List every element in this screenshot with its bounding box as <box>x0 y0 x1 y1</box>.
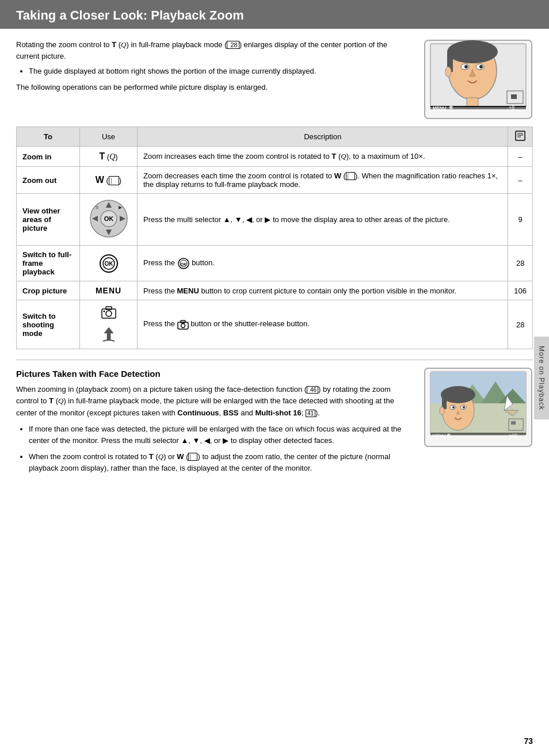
svg-text:OK: OK <box>180 262 186 266</box>
crop-description: Press the MENU button to crop current pi… <box>138 281 508 300</box>
intro-bullet1: The guide displayed at bottom right show… <box>29 66 412 77</box>
page: Taking a Closer Look: Playback Zoom Rota… <box>0 0 549 756</box>
zoom-in-label: Zoom in <box>17 147 80 167</box>
section2-bullet2: When the zoom control is rotated to T (Q… <box>29 451 412 474</box>
table-row: Zoom out W (⎸) Zoom decreases each time … <box>17 167 533 194</box>
svg-point-47 <box>181 324 185 328</box>
main-content: Rotating the zoom control to T (Q) in fu… <box>0 29 549 488</box>
ok-inline-icon: OK <box>177 257 190 270</box>
svg-rect-21 <box>516 131 525 140</box>
shooting-mode-ref: 28 <box>508 300 533 349</box>
intro-section: Rotating the zoom control to T (Q) in fu… <box>16 39 533 120</box>
table-header-description: Description <box>138 127 508 147</box>
shooting-mode-label: Switch to shooting mode <box>17 300 80 349</box>
section2-title: Pictures Taken with Face Detection <box>16 367 412 380</box>
svg-rect-64 <box>511 421 516 425</box>
svg-rect-10 <box>467 98 478 107</box>
table-row: Switch to shooting mode <box>17 300 533 349</box>
bottom-section: Pictures Taken with Face Detection When … <box>16 367 533 478</box>
crop-ref: 106 <box>508 281 533 300</box>
camera-inline-icon <box>177 319 189 330</box>
table-row: View other areas of picture OK <box>17 194 533 246</box>
divider <box>16 360 533 360</box>
zoom-out-description: Zoom decreases each time the zoom contro… <box>138 167 508 194</box>
intro-paragraph1: Rotating the zoom control to T (Q) in fu… <box>16 39 412 62</box>
svg-point-43 <box>103 311 105 312</box>
table-row: Zoom in T (Q) Zoom increases each time t… <box>17 147 533 167</box>
shooting-mode-description: Press the button or the shutter-release … <box>138 300 508 349</box>
page-number: 73 <box>524 736 533 746</box>
section2-paragraph1: When zooming in (playback zoom) on a pic… <box>16 384 412 418</box>
svg-rect-41 <box>106 307 112 310</box>
camera-image-bottom: MENU ✽ ×20 <box>424 367 533 448</box>
zoom-out-use: W (⎸) <box>80 167 138 194</box>
svg-point-42 <box>106 311 112 316</box>
multi-selector-icon: OK S ▶ <box>89 198 129 239</box>
zoom-out-ref: – <box>508 167 533 194</box>
zoom-in-use: T (Q) <box>80 147 138 167</box>
svg-marker-44 <box>104 327 113 340</box>
svg-point-61 <box>463 406 465 408</box>
svg-point-60 <box>452 406 455 408</box>
svg-point-7 <box>464 65 468 68</box>
ok-button-icon: OK <box>99 254 119 273</box>
view-areas-ref: 9 <box>508 194 533 246</box>
table-header-to: To <box>17 127 80 147</box>
table-row: Switch to full-frame playback OK Press t… <box>17 246 533 281</box>
zoom-in-ref: – <box>508 147 533 167</box>
svg-rect-46 <box>181 320 185 323</box>
svg-text:✽: ✽ <box>447 433 451 438</box>
camera-button-icon <box>101 305 117 319</box>
zoom-out-label: Zoom out <box>17 167 80 194</box>
intro-paragraph2: The following operations can be performe… <box>16 82 412 93</box>
fullframe-description: Press the OK button. <box>138 246 508 281</box>
camera-screen-bottom-svg: MENU ✽ ×20 <box>424 367 533 448</box>
operations-table: To Use Description Zoom in T (Q) Zoom <box>16 127 533 349</box>
svg-text:MENU: MENU <box>432 433 446 438</box>
page-title: Taking a Closer Look: Playback Zoom <box>16 8 244 23</box>
shooting-mode-use <box>80 300 138 349</box>
fullframe-ref: 28 <box>508 246 533 281</box>
svg-text:MENU: MENU <box>433 105 447 110</box>
svg-text:S: S <box>96 205 98 210</box>
svg-point-62 <box>440 407 444 415</box>
svg-rect-12 <box>511 94 517 99</box>
shutter-icon <box>101 325 117 342</box>
svg-text:×20: ×20 <box>509 433 517 438</box>
svg-text:✽: ✽ <box>449 105 453 110</box>
view-areas-label: View other areas of picture <box>17 194 80 246</box>
side-tab: More on Playback <box>534 337 549 419</box>
zoom-in-description: Zoom increases each time the zoom contro… <box>138 147 508 167</box>
table-header-use: Use <box>80 127 138 147</box>
svg-point-8 <box>479 65 483 68</box>
header-bar: Taking a Closer Look: Playback Zoom <box>0 0 549 29</box>
svg-point-9 <box>445 67 451 77</box>
svg-text:OK: OK <box>104 215 113 222</box>
fullframe-label: Switch to full-frame playback <box>17 246 80 281</box>
fullframe-use: OK <box>80 246 138 281</box>
view-areas-description: Press the multi selector ▲, ▼, ◀, or ▶ t… <box>138 194 508 246</box>
bottom-text: Pictures Taken with Face Detection When … <box>16 367 412 478</box>
section2-bullet1: If more than one face was detected, the … <box>29 423 412 446</box>
table-header-ref <box>508 127 533 147</box>
camera-screen-svg: MENU ✽ ×10 MENU ✽ ×8 <box>424 39 533 120</box>
svg-text:▶: ▶ <box>119 205 123 210</box>
crop-use: MENU <box>80 281 138 300</box>
svg-text:×8: ×8 <box>509 105 514 110</box>
intro-text: Rotating the zoom control to T (Q) in fu… <box>16 39 412 120</box>
crop-label: Crop picture <box>17 281 80 300</box>
menu-icon: MENU <box>96 286 121 295</box>
camera-image-top: MENU ✽ ×10 MENU ✽ ×8 <box>424 39 533 120</box>
table-row: Crop picture MENU Press the MENU button … <box>17 281 533 300</box>
view-areas-use: OK S ▶ <box>80 194 138 246</box>
svg-text:OK: OK <box>104 261 113 267</box>
svg-point-3 <box>447 40 498 63</box>
